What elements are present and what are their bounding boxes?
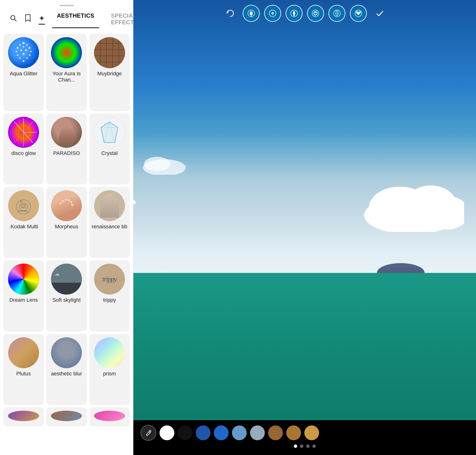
svg-line-21 [24,122,33,132]
filter-item-morpheus[interactable]: Morpheus [46,187,87,258]
brush-tool-button[interactable] [286,5,303,22]
camera-panel [133,0,476,455]
filter-item-aesthetic-blur[interactable]: aesthetic blur [46,334,87,405]
filter-grid: Aqua Glitter Your Aura Is Chan... Muybri… [0,31,133,455]
filter-item-trippy[interactable]: trippy trippy [89,260,130,331]
svg-text:IURISPIRES: IURISPIRES [17,210,28,212]
filter-name-aesthetic-blur: aesthetic blur [51,371,82,377]
svg-point-71 [316,14,317,15]
filter-name-soft-skylight: Soft skylight [52,297,81,303]
filter-item-aqua-glitter[interactable]: Aqua Glitter [3,34,44,111]
svg-point-43 [70,201,72,203]
filter-item-your-aura[interactable]: Your Aura Is Chan... [46,34,87,111]
color-medium-blue[interactable] [232,425,247,440]
svg-point-10 [20,49,22,51]
svg-point-13 [17,54,18,56]
filter-name-kodak-multi: .Kodak Multi [9,224,38,230]
svg-point-42 [68,199,70,201]
svg-point-3 [23,42,24,44]
svg-point-18 [23,60,24,62]
filter-name-crystal: Crystal [102,150,118,156]
undo-button[interactable] [221,5,238,22]
color-white[interactable] [159,425,174,440]
filter-name-prism: prism [103,371,116,377]
svg-line-23 [24,132,33,143]
filter-name-dream-lens: Dream Lens [9,297,38,303]
svg-point-12 [30,51,32,52]
marker-button[interactable] [328,5,346,22]
svg-point-39 [59,202,62,204]
eyedropper-button[interactable] [141,425,156,441]
color-black[interactable] [178,425,192,440]
page-dot-4[interactable] [312,445,316,448]
page-dot-3[interactable] [306,445,309,448]
svg-point-0 [11,16,15,20]
upload-button[interactable] [264,5,281,22]
svg-point-8 [29,47,31,49]
pen-tool-button[interactable] [243,5,260,22]
color-blue[interactable] [214,425,229,440]
color-brown[interactable] [268,425,283,440]
svg-text:②③: ②③ [53,268,57,271]
filter-item-dream-lens[interactable]: Dream Lens [3,260,44,331]
sparkle-icon[interactable]: ✦ [39,14,45,24]
svg-point-38 [56,195,77,216]
svg-point-41 [64,199,67,201]
color-palette-row [141,425,469,441]
top-bar: ✦ AESTHETICS SPECIAL EFFECTS [0,0,133,31]
filter-name-muybridge: Muybridge [97,71,122,77]
drag-handle[interactable] [60,5,74,6]
tab-aesthetics[interactable]: AESTHETICS [52,10,99,28]
page-dot-1[interactable] [294,445,297,448]
cloud-left-small [143,156,186,176]
svg-point-37 [22,205,25,207]
color-dark-blue[interactable] [196,425,211,440]
filter-item-prism[interactable]: prism [89,334,130,405]
filter-name-disco-glow: disco glow [11,150,36,156]
svg-point-40 [62,200,64,202]
color-medium-brown[interactable] [286,425,301,440]
svg-point-69 [316,12,317,13]
filter-thumb-disco-glow [8,117,39,148]
filter-item-partial-3[interactable] [89,407,130,426]
svg-line-1 [15,19,17,21]
filter-thumb-trippy: trippy [94,264,125,295]
filter-item-disco-glow[interactable]: disco glow [3,114,44,185]
page-indicator [141,445,469,448]
filter-thumb-aqua-glitter [8,37,39,68]
palette-button[interactable] [307,5,324,22]
filter-name-renaissance-bb: renaissance bb [92,224,127,230]
filter-item-plutus[interactable]: Plutus [3,334,44,405]
filter-item-crystal[interactable]: Crystal [89,114,130,185]
page-dot-2[interactable] [300,445,303,448]
filter-item-paradiso[interactable]: PARADISO [46,114,87,185]
svg-point-70 [314,14,315,15]
filter-thumb-morpheus [51,190,82,221]
svg-point-66 [312,10,319,17]
svg-point-14 [23,53,24,55]
checkmark-button[interactable] [371,5,388,22]
filter-thumb-dream-lens [8,264,39,295]
filter-item-kodak-multi[interactable]: BY IURISPIRES .Kodak Multi [3,187,44,258]
search-icon[interactable] [9,14,17,24]
filter-item-partial-2[interactable] [46,407,87,426]
filter-thumb-aesthetic-blur [51,337,82,368]
heart-button[interactable] [350,5,367,22]
bookmark-icon[interactable] [24,14,32,24]
filter-item-partial-1[interactable] [3,407,44,426]
svg-point-16 [19,57,21,59]
filter-panel: ✦ AESTHETICS SPECIAL EFFECTS [0,0,133,455]
svg-rect-50 [94,337,125,368]
camera-view [133,0,476,455]
color-tan[interactable] [304,425,319,440]
color-light-blue-gray[interactable] [250,425,265,440]
filter-name-morpheus: Morpheus [55,224,78,230]
filter-thumb-paradiso [51,117,82,148]
bottom-bar [133,420,476,455]
filter-item-muybridge[interactable]: Muybridge [89,34,130,111]
svg-text:☁: ☁ [55,271,60,277]
filter-item-renaissance-bb[interactable]: renaissance bb [89,187,130,258]
filter-item-soft-skylight[interactable]: ☁ ②③ Soft skylight [46,260,87,331]
svg-point-44 [71,204,74,206]
cloud-right [364,184,464,232]
